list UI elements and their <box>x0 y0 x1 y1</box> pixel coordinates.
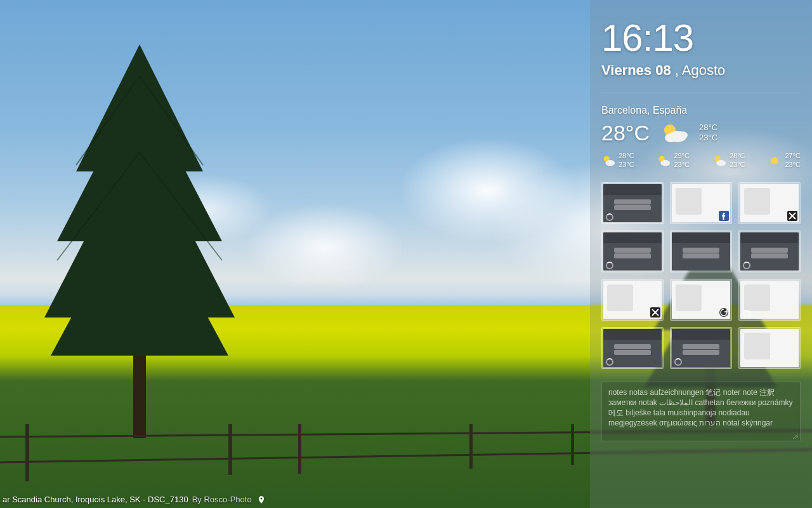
x-badge-icon <box>787 211 797 221</box>
speed-dial-thumbnail <box>672 232 730 271</box>
loading-spinner-icon <box>743 262 750 269</box>
photo-title: ar Scandia Church, Iroquois Lake, SK - D… <box>3 495 188 504</box>
speed-dial-tile[interactable] <box>670 327 732 369</box>
location-pin-icon <box>257 495 266 504</box>
speed-dial-tile[interactable] <box>601 182 664 224</box>
clock-widget[interactable]: 16:13 Viernes 08 , Agosto <box>601 19 801 79</box>
clock-time: 16:13 <box>601 19 801 57</box>
divider <box>601 93 801 93</box>
partly-cloudy-icon <box>657 154 671 168</box>
speed-dial-tile[interactable] <box>670 182 732 224</box>
loading-spinner-icon <box>743 310 750 318</box>
speed-dial-tile[interactable] <box>601 279 664 321</box>
loading-spinner-icon <box>606 213 613 221</box>
svg-point-24 <box>605 160 615 166</box>
svg-line-34 <box>793 434 798 439</box>
speed-dial-thumbnail <box>740 329 799 367</box>
svg-point-26 <box>661 160 671 166</box>
x-badge-icon <box>650 307 660 318</box>
weather-current-range: 28°C 23°C <box>699 123 717 142</box>
speed-dial-tile[interactable] <box>601 327 664 369</box>
partly-cloudy-icon <box>601 154 615 168</box>
facebook-badge-icon <box>719 211 729 221</box>
clock-date: Viernes 08 , Agosto <box>601 62 801 79</box>
sunny-icon <box>768 154 782 168</box>
forecast-day[interactable]: 27°C23°C <box>768 152 801 170</box>
notes-textarea[interactable]: notes notas aufzeichnungen 笔记 noter note… <box>601 382 801 441</box>
partly-cloudy-icon <box>712 154 726 168</box>
weather-current-temp: 28°C <box>601 121 650 145</box>
photo-attribution[interactable]: ar Scandia Church, Iroquois Lake, SK - D… <box>0 495 266 504</box>
refresh-badge-icon <box>719 307 729 318</box>
loading-spinner-icon <box>674 358 682 366</box>
loading-spinner-icon <box>606 358 613 366</box>
forecast-day[interactable]: 28°C23°C <box>712 152 745 170</box>
forecast-day[interactable]: 29°C23°C <box>657 152 690 170</box>
weather-location: Barcelona, España <box>601 105 801 116</box>
partly-cloudy-icon <box>658 120 690 145</box>
speed-dial-tile[interactable] <box>670 231 732 272</box>
weather-widget[interactable]: Barcelona, España 28°C 28°C 23°C <box>601 105 801 170</box>
forecast-day[interactable]: 28°C23°C <box>601 152 634 170</box>
svg-point-28 <box>716 160 726 166</box>
speed-dial-tile[interactable] <box>738 231 801 272</box>
svg-point-21 <box>665 133 678 142</box>
loading-spinner-icon <box>606 262 613 269</box>
speed-dial-tile[interactable] <box>601 231 664 272</box>
speed-dial-tile[interactable] <box>738 279 801 321</box>
svg-point-29 <box>771 157 778 164</box>
speed-dial-tile[interactable] <box>738 327 801 369</box>
notes-placeholder: notes notas aufzeichnungen 笔记 noter note… <box>608 388 792 428</box>
resize-grip-icon[interactable] <box>792 432 798 439</box>
clock-minutes: 13 <box>652 17 693 59</box>
speed-dial-tile[interactable] <box>738 182 801 224</box>
photo-by: By Rosco-Photo <box>192 495 252 504</box>
speed-dial-grid <box>601 182 801 369</box>
clock-hours: 16 <box>601 17 643 59</box>
svg-line-35 <box>796 436 798 439</box>
sidebar-panel: 16:13 Viernes 08 , Agosto Barcelona, Esp… <box>590 0 812 508</box>
svg-point-22 <box>678 131 688 139</box>
speed-dial-tile[interactable] <box>670 279 732 321</box>
weather-forecast: 28°C23°C 29°C23°C 28°C23°C 27°C23°C <box>601 152 801 170</box>
